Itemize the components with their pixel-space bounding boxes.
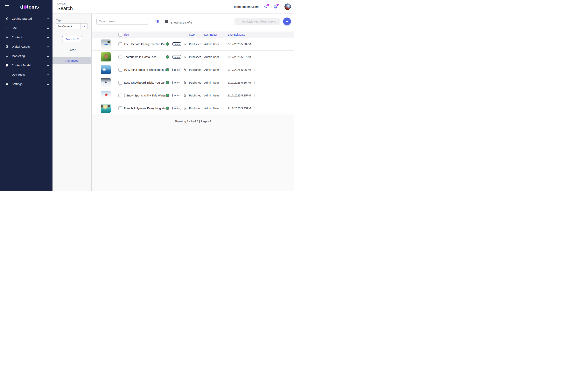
sidebar-header: dtcms	[0, 0, 53, 14]
site-selector[interactable]: demo.dotcms.com	[234, 5, 259, 9]
row-checkbox[interactable]	[118, 42, 122, 46]
gear-icon	[5, 82, 9, 85]
sort-title-link[interactable]: Title	[124, 33, 129, 36]
last-edit-date-cell: 9/17/2025 5:35PM	[228, 107, 252, 110]
chevron-down-icon	[83, 26, 85, 27]
grid-view-button[interactable]	[165, 20, 168, 23]
content-thumbnail	[101, 104, 111, 113]
sidebar-item-label: Content	[12, 36, 47, 39]
sort-last-editor-link[interactable]: Last Editor	[204, 33, 217, 36]
sidebar-item-content[interactable]: Content	[0, 32, 53, 42]
last-editor-cell: Admin User	[204, 107, 228, 110]
row-actions-button[interactable]	[252, 93, 257, 98]
step-cell: Published	[189, 94, 204, 97]
chevron-up-icon	[47, 74, 49, 75]
user-avatar[interactable]	[284, 3, 291, 10]
sidebar-item-dev-tools[interactable]: Dev Tools	[0, 70, 53, 79]
sidebar: dtcms Getting Started Site Content Digit…	[0, 0, 53, 191]
sidebar-item-site[interactable]: Site	[0, 23, 53, 32]
table-row[interactable]: French Polynesia Everything You Need to …	[92, 102, 294, 115]
row-actions-button[interactable]	[252, 80, 257, 85]
chevron-up-icon	[47, 36, 49, 38]
published-status-icon	[166, 94, 169, 97]
folder-icon	[5, 26, 9, 30]
last-edit-date-cell: 9/17/2025 5:38PM	[228, 42, 252, 46]
announcements-button[interactable]	[264, 4, 268, 9]
content-title-link[interactable]: 5 Snow Sports to Try This Winter	[124, 94, 166, 97]
content-thumbnail	[101, 40, 111, 49]
search-button[interactable]: Search	[62, 36, 82, 42]
content-title-link[interactable]: Ecotourism in Costa Rica	[124, 55, 166, 59]
table-row[interactable]: Easy Snowboard Tricks You can Start Usin…	[92, 76, 294, 89]
content-thumbnail	[101, 78, 111, 87]
sidebar-item-getting-started[interactable]: Getting Started	[0, 14, 53, 23]
topbar: Content Search demo.dotcms.com	[53, 0, 294, 14]
table-row[interactable]: The Ultimate Family Ski Trip Packing Lis…	[92, 38, 294, 51]
sort-last-edit-date-link[interactable]: Last Edit Date	[228, 33, 245, 36]
sidebar-item-marketing[interactable]: Marketing	[0, 51, 53, 61]
list-view-icon	[155, 20, 159, 23]
chevron-up-icon	[47, 27, 49, 29]
row-checkbox[interactable]	[118, 55, 122, 59]
row-checkbox[interactable]	[118, 94, 122, 97]
published-status-icon	[166, 55, 169, 59]
workflow-actions-button[interactable]: Available Workflow Actions	[234, 18, 280, 25]
search-input[interactable]	[96, 18, 148, 25]
list-view-button[interactable]	[155, 20, 159, 23]
add-content-button[interactable]	[283, 18, 291, 25]
content-lines-icon	[5, 35, 9, 39]
lock-open-icon	[183, 106, 187, 110]
results-table-body: The Ultimate Family Ski Trip Packing Lis…	[92, 38, 294, 115]
type-select-caret[interactable]	[81, 23, 87, 29]
hamburger-menu-icon[interactable]	[5, 4, 9, 9]
pages-icon	[5, 64, 9, 67]
published-status-icon	[166, 106, 169, 110]
kebab-icon	[253, 106, 256, 110]
topbar-divider	[281, 4, 281, 10]
table-row[interactable]: Ecotourism in Costa Rica en-us Published…	[92, 51, 294, 64]
language-badge: en-us	[172, 55, 181, 59]
language-badge: en-us	[172, 81, 181, 84]
results-toolbar: Showing 1-6 of 6 Available Workflow Acti…	[92, 14, 294, 32]
row-actions-button[interactable]	[252, 67, 257, 72]
content-thumbnail	[101, 91, 111, 100]
logo-text: d	[20, 4, 23, 10]
content-title-link[interactable]: The Ultimate Family Ski Trip Packing Lis…	[124, 42, 166, 46]
row-actions-button[interactable]	[252, 42, 257, 47]
content-thumbnail	[101, 65, 111, 74]
kebab-icon	[253, 94, 256, 97]
sidebar-item-content-model[interactable]: Content Model	[0, 61, 53, 70]
step-cell: Published	[189, 68, 204, 71]
sort-step-link[interactable]: Step	[189, 33, 195, 36]
row-checkbox[interactable]	[118, 81, 122, 85]
advanced-link[interactable]: Advanced	[53, 57, 91, 64]
sidebar-item-label: Marketing	[12, 54, 47, 58]
row-checkbox[interactable]	[118, 106, 122, 110]
table-row[interactable]: 10 Surfing spots to checkout in Tahiti e…	[92, 64, 294, 76]
select-all-checkbox[interactable]	[118, 33, 122, 37]
clear-button[interactable]: Clear	[53, 48, 92, 52]
type-label: Type:	[56, 19, 63, 22]
sidebar-item-digital-assets[interactable]: Digital Assets	[0, 42, 53, 51]
content-title-link[interactable]: French Polynesia Everything You Need to …	[124, 106, 166, 110]
kebab-icon	[253, 81, 256, 84]
lock-open-icon	[183, 68, 187, 72]
step-cell: Published	[189, 42, 204, 46]
content-thumbnail	[101, 52, 111, 62]
sidebar-item-label: Dev Tools	[12, 73, 47, 76]
pagination-summary: Showing 1 - 6 of 6 | Pages 1	[92, 120, 294, 123]
sidebar-item-settings[interactable]: Settings	[0, 79, 53, 88]
kebab-icon	[237, 20, 241, 23]
table-row[interactable]: 5 Snow Sports to Try This Winter en-us P…	[92, 89, 294, 102]
language-badge: en-us	[172, 68, 181, 71]
row-actions-button[interactable]	[252, 106, 257, 111]
content-title-link[interactable]: Easy Snowboard Tricks You can Start Usin…	[124, 81, 166, 84]
content-title-link[interactable]: 10 Surfing spots to checkout in Tahiti	[124, 68, 166, 71]
row-actions-button[interactable]	[252, 54, 257, 60]
results-summary: Showing 1-6 of 6	[171, 14, 192, 32]
published-status-icon	[166, 42, 169, 46]
row-checkbox[interactable]	[118, 68, 122, 72]
notifications-button[interactable]	[273, 4, 278, 9]
type-select[interactable]: My Content	[56, 23, 88, 29]
page-title: Search	[57, 6, 73, 11]
